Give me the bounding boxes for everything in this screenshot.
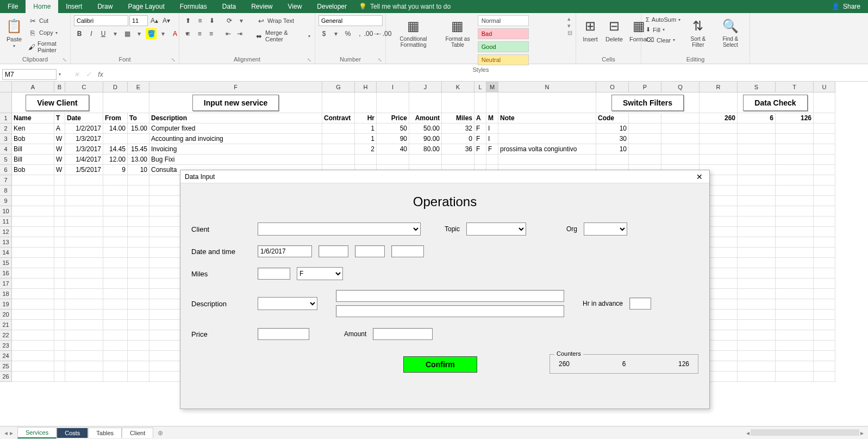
- cell[interactable]: [103, 92, 149, 113]
- cell[interactable]: T: [54, 113, 65, 123]
- cell[interactable]: [355, 154, 377, 165]
- cell[interactable]: [738, 330, 776, 341]
- cell[interactable]: [700, 123, 738, 134]
- cell[interactable]: [65, 351, 103, 361]
- tab-insert[interactable]: Insert: [58, 0, 90, 13]
- cell[interactable]: [498, 154, 596, 165]
- col-header-B[interactable]: B: [54, 82, 65, 92]
- cell[interactable]: [738, 341, 776, 351]
- cell[interactable]: [322, 92, 355, 113]
- cell[interactable]: Invoicing: [149, 144, 322, 154]
- cell[interactable]: [128, 372, 149, 382]
- cell[interactable]: [738, 186, 776, 196]
- cell[interactable]: W: [54, 154, 65, 165]
- cell[interactable]: [629, 123, 661, 134]
- row-header[interactable]: 15: [0, 258, 12, 268]
- cell[interactable]: 15.45: [128, 144, 149, 154]
- cell[interactable]: [814, 165, 835, 175]
- cell-styles-gallery[interactable]: Normal Bad Good Neutral: [478, 15, 565, 65]
- sheet-nav-last-icon[interactable]: ▸: [10, 429, 13, 437]
- cell[interactable]: [103, 361, 128, 372]
- cell[interactable]: [12, 372, 54, 382]
- col-header-T[interactable]: T: [776, 82, 814, 92]
- cell[interactable]: [128, 134, 149, 144]
- cell[interactable]: Amount: [409, 113, 442, 123]
- cell[interactable]: [128, 330, 149, 341]
- cell[interactable]: 2: [355, 144, 377, 154]
- cell[interactable]: F: [474, 123, 486, 134]
- cell[interactable]: [103, 258, 128, 268]
- cell[interactable]: [814, 372, 835, 382]
- cell[interactable]: [128, 341, 149, 351]
- cell[interactable]: [128, 268, 149, 279]
- cell[interactable]: [377, 92, 409, 113]
- cell[interactable]: 14.00: [103, 123, 128, 134]
- cell[interactable]: [776, 196, 814, 206]
- sheet-tab-services[interactable]: Services: [17, 427, 57, 438]
- cell[interactable]: [409, 154, 442, 165]
- col-header-G[interactable]: G: [322, 82, 355, 92]
- cell[interactable]: [776, 186, 814, 196]
- cell[interactable]: Hr: [355, 113, 377, 123]
- cell[interactable]: [65, 361, 103, 372]
- cell[interactable]: [776, 361, 814, 372]
- row-header[interactable]: 23: [0, 341, 12, 351]
- tab-home[interactable]: Home: [26, 0, 58, 13]
- desc-input-2[interactable]: [336, 305, 564, 317]
- cell[interactable]: [65, 330, 103, 341]
- col-header-P[interactable]: P: [629, 82, 661, 92]
- cell[interactable]: Bug Fixi: [149, 154, 322, 165]
- cell[interactable]: W: [54, 165, 65, 175]
- cell[interactable]: [738, 227, 776, 237]
- col-header-C[interactable]: C: [65, 82, 103, 92]
- cell[interactable]: 1: [355, 134, 377, 144]
- client-combo[interactable]: [258, 222, 421, 236]
- cell[interactable]: [103, 279, 128, 289]
- cell[interactable]: [54, 279, 65, 289]
- cell[interactable]: 9: [103, 165, 128, 175]
- col-header-O[interactable]: O: [596, 82, 629, 92]
- cell[interactable]: [65, 206, 103, 217]
- cell[interactable]: [65, 299, 103, 310]
- cell[interactable]: [814, 320, 835, 330]
- underline-button[interactable]: U: [98, 28, 109, 39]
- cell[interactable]: [54, 258, 65, 268]
- cell[interactable]: 1/3/2017: [65, 144, 103, 154]
- col-header-I[interactable]: I: [377, 82, 409, 92]
- cell[interactable]: [103, 206, 128, 217]
- cell[interactable]: I: [486, 134, 498, 144]
- cell[interactable]: 50: [377, 123, 409, 134]
- cell[interactable]: [814, 361, 835, 372]
- confirm-button[interactable]: Confirm: [403, 356, 477, 373]
- border-button[interactable]: ▦: [122, 28, 133, 39]
- cell[interactable]: [486, 92, 498, 113]
- cell[interactable]: 1/2/2017: [65, 123, 103, 134]
- cell[interactable]: [776, 310, 814, 320]
- row-header[interactable]: 19: [0, 299, 12, 310]
- delete-cells-button[interactable]: ⊟Delete: [603, 15, 625, 45]
- cell[interactable]: [776, 227, 814, 237]
- cell[interactable]: [738, 196, 776, 206]
- cell[interactable]: [12, 237, 54, 248]
- cell[interactable]: [738, 123, 776, 134]
- col-header-U[interactable]: U: [814, 82, 835, 92]
- cell[interactable]: Description: [149, 113, 322, 123]
- cell[interactable]: [738, 258, 776, 268]
- price-input[interactable]: [258, 328, 309, 340]
- italic-button[interactable]: I: [86, 28, 97, 39]
- sheet-tab-tables[interactable]: Tables: [88, 428, 122, 438]
- gallery-more-icon[interactable]: ⊟: [567, 29, 572, 36]
- cell[interactable]: [776, 330, 814, 341]
- cell[interactable]: [814, 351, 835, 361]
- cell[interactable]: [814, 92, 835, 113]
- cell[interactable]: [776, 175, 814, 186]
- org-combo[interactable]: [584, 222, 627, 236]
- cell[interactable]: I: [486, 123, 498, 134]
- col-header-J[interactable]: J: [409, 82, 442, 92]
- row-header[interactable]: 4: [0, 144, 12, 154]
- cell[interactable]: 36: [442, 144, 474, 154]
- merge-center-button[interactable]: ⬌Merge & Center▾: [254, 28, 311, 44]
- cell[interactable]: [322, 144, 355, 154]
- cell[interactable]: [776, 134, 814, 144]
- cell[interactable]: Accounting and invoicing: [149, 134, 322, 144]
